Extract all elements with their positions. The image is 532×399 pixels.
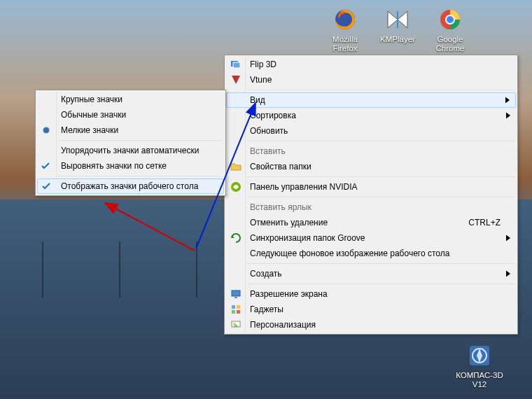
menu-item-vtune[interactable]: Vtune <box>226 72 516 88</box>
vtune-icon <box>230 74 241 85</box>
personalize-icon <box>230 319 241 330</box>
menu-shortcut: CTRL+Z <box>468 215 500 230</box>
menu-item-label: Панель управления NVIDIA <box>250 182 358 192</box>
check-icon <box>41 162 50 170</box>
desktop-icon-firefox[interactable]: MozillaFirefox <box>321 7 370 53</box>
menu-item-sort[interactable]: Сортировка <box>226 108 516 123</box>
menu-item-paste-shortcut: Вставить ярлык <box>226 200 516 215</box>
svg-rect-10 <box>234 297 237 298</box>
chrome-icon <box>438 7 463 32</box>
desktop-icon-label: GoogleChrome <box>426 35 475 53</box>
svg-rect-13 <box>232 310 235 314</box>
menu-item-next-wallpaper[interactable]: Следующее фоновое изображение рабочего с… <box>226 246 516 261</box>
submenu-arrow-icon <box>506 113 510 119</box>
menu-item-resolution[interactable]: Разрешение экрана <box>226 286 516 302</box>
menu-item-label: Создать <box>250 269 282 279</box>
desktop-icon-label: KMPlayer <box>373 35 422 44</box>
menu-item-label: Гаджеты <box>250 304 284 314</box>
menu-item-folder-properties[interactable]: Свойства папки <box>226 159 516 174</box>
menu-item-gadgets[interactable]: Гаджеты <box>226 302 516 317</box>
check-icon <box>42 182 50 190</box>
nvidia-icon <box>230 181 241 192</box>
menu-item-label: Разрешение экрана <box>250 289 328 299</box>
menu-item-personalize[interactable]: Персонализация <box>226 317 516 332</box>
submenu-item-snap-to-grid[interactable]: Выровнять значки по сетке <box>37 158 224 174</box>
submenu-item-small-icons[interactable]: Мелкие значки <box>37 122 224 138</box>
svg-point-3 <box>447 16 454 23</box>
menu-item-create[interactable]: Создать <box>226 266 516 281</box>
svg-rect-7 <box>233 62 240 68</box>
firefox-icon <box>332 7 358 32</box>
groove-icon <box>230 232 241 244</box>
monitor-icon <box>230 288 241 300</box>
menu-separator <box>247 90 514 90</box>
gadgets-icon <box>230 304 241 315</box>
menu-item-nvidia[interactable]: Панель управления NVIDIA <box>226 179 516 195</box>
menu-separator <box>247 197 514 197</box>
submenu-item-medium-icons[interactable]: Обычные значки <box>37 107 224 122</box>
menu-separator <box>247 284 514 284</box>
submenu-arrow-icon <box>506 235 510 241</box>
menu-item-label: Отменить удаление <box>250 218 328 227</box>
desktop-icon-chrome[interactable]: GoogleChrome <box>426 7 475 53</box>
desktop-icon-label: MozillaFirefox <box>321 35 370 53</box>
desktop-context-menu: Flip 3D Vtune Вид Сортировка Обновить Вс… <box>224 55 518 335</box>
menu-item-label: Обычные значки <box>61 110 126 120</box>
menu-item-paste: Вставить <box>226 144 516 159</box>
menu-separator <box>247 141 514 141</box>
menu-item-label: Свойства папки <box>250 162 312 172</box>
desktop-icon-kmplayer[interactable]: KMPlayer <box>373 7 422 44</box>
menu-item-label: Сортировка <box>250 111 296 120</box>
menu-item-label: Flip 3D <box>250 59 276 69</box>
menu-item-undo-delete[interactable]: Отменить удаление CTRL+Z <box>226 215 516 230</box>
menu-item-refresh[interactable]: Обновить <box>226 123 516 139</box>
menu-item-view[interactable]: Вид <box>226 92 516 108</box>
menu-separator <box>247 176 514 177</box>
menu-item-label: Персонализация <box>250 320 316 330</box>
desktop-background[interactable]: MozillaFirefox KMPlayer GoogleChrome КОМ… <box>0 0 532 399</box>
menu-item-label: Мелкие значки <box>61 125 118 135</box>
menu-item-label: Крупные значки <box>61 94 122 104</box>
menu-item-label: Вставить <box>250 146 286 156</box>
menu-item-label: Vtune <box>250 75 272 85</box>
radio-indicator <box>43 127 49 133</box>
menu-item-label: Вид <box>250 95 265 105</box>
menu-item-label: Следующее фоновое изображение рабочего с… <box>250 248 449 258</box>
desktop-icon-kompas[interactable]: КОМПАС-3DV12 <box>455 343 504 389</box>
menu-item-label: Выровнять значки по сетке <box>61 161 167 171</box>
kmplayer-icon <box>385 7 410 32</box>
menu-separator <box>247 263 514 264</box>
menu-item-flip3d[interactable]: Flip 3D <box>226 57 516 72</box>
submenu-arrow-icon <box>505 97 510 104</box>
view-submenu: Крупные значки Обычные значки Мелкие зна… <box>35 90 226 196</box>
submenu-item-auto-arrange[interactable]: Упорядочить значки автоматически <box>37 143 224 158</box>
svg-rect-11 <box>232 305 235 309</box>
svg-rect-14 <box>237 310 240 314</box>
svg-rect-9 <box>232 290 240 296</box>
folder-icon <box>230 161 241 172</box>
kompas-icon <box>467 343 492 368</box>
menu-item-label: Обновить <box>250 126 288 136</box>
menu-item-label: Отображать значки рабочего стола <box>61 181 198 191</box>
menu-item-label: Упорядочить значки автоматически <box>61 146 199 155</box>
desktop-icon-label: КОМПАС-3DV12 <box>455 371 504 389</box>
flip3d-icon <box>230 59 241 70</box>
submenu-item-show-desktop-icons[interactable]: Отображать значки рабочего стола <box>37 178 224 194</box>
submenu-arrow-icon <box>506 271 510 277</box>
menu-item-label: Вставить ярлык <box>250 202 312 212</box>
svg-rect-12 <box>237 305 240 309</box>
menu-separator <box>58 176 223 176</box>
menu-item-groove-sync[interactable]: Синхронизация папок Groove <box>226 230 516 246</box>
menu-item-label: Синхронизация папок Groove <box>250 233 365 243</box>
submenu-item-large-icons[interactable]: Крупные значки <box>37 92 224 107</box>
menu-separator <box>58 140 223 141</box>
